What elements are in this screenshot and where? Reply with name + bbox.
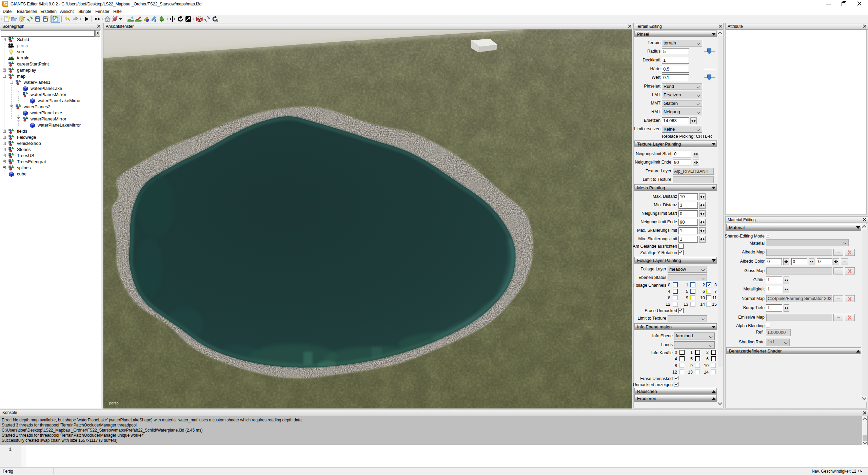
svg-text:persp: persp: [109, 401, 119, 405]
svg-text:B: B: [200, 19, 202, 21]
svg-text:A: A: [197, 19, 199, 21]
